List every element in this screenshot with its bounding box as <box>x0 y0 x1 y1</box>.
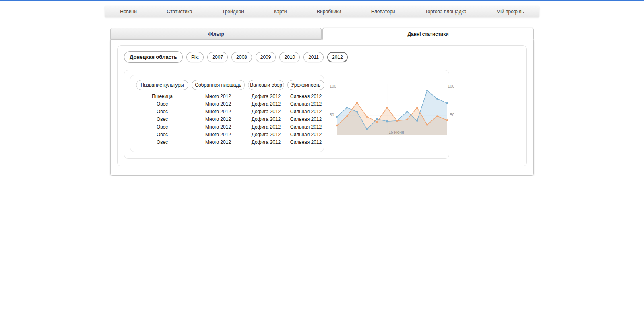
table-cell: Овес <box>136 108 188 116</box>
column-header-culture[interactable]: Название культуры <box>136 80 188 90</box>
table-row: ОвесМного 2012Дофига 2012Сильная 2012 <box>136 123 318 131</box>
table-cell: Овес <box>136 139 188 146</box>
table-cell: Дофига 2012 <box>248 108 284 116</box>
nav-item-profile[interactable]: Мій профіль <box>493 9 527 15</box>
table-row: ОвесМного 2012Дофига 2012Сильная 2012 <box>136 116 318 123</box>
year-button-2010[interactable]: 2010 <box>279 52 300 62</box>
year-label: Рік: <box>186 52 204 62</box>
table-cell: Дофига 2012 <box>248 131 284 139</box>
filter-row: Донецкая область Рік: 2007 2008 2009 201… <box>124 51 520 63</box>
data-box: Название культуры Собранная площадь Вало… <box>124 70 449 159</box>
svg-text:50: 50 <box>330 113 334 117</box>
table-row: ОвесМного 2012Дофига 2012Сильная 2012 <box>136 100 318 108</box>
series-blue-point <box>376 118 378 120</box>
column-header-area[interactable]: Собранная площадь <box>192 80 245 90</box>
series-orange-point <box>396 120 398 122</box>
series-orange-point <box>416 107 418 109</box>
series-blue-point <box>356 111 358 113</box>
table-cell: Много 2012 <box>192 93 245 100</box>
series-orange-point <box>406 119 408 121</box>
table-cell: Сильная 2012 <box>287 108 324 116</box>
region-button[interactable]: Донецкая область <box>124 51 183 63</box>
statistics-content: Донецкая область Рік: 2007 2008 2009 201… <box>117 45 527 166</box>
year-button-2011[interactable]: 2011 <box>303 52 324 62</box>
series-orange-point <box>366 116 368 118</box>
nav-item-news[interactable]: Новини <box>117 9 140 15</box>
series-blue-point <box>436 98 438 100</box>
table-cell: Сильная 2012 <box>287 116 324 123</box>
nav-item-statistics[interactable]: Статистика <box>164 9 196 15</box>
table-cell: Овес <box>136 100 188 108</box>
table-row: ОвесМного 2012Дофига 2012Сильная 2012 <box>136 131 318 139</box>
table-cell: Овес <box>136 123 188 131</box>
series-orange-point <box>426 124 428 126</box>
table-cell: Дофига 2012 <box>248 100 284 108</box>
series-blue-point <box>406 111 408 113</box>
series-orange-point <box>446 119 448 121</box>
svg-text:100: 100 <box>330 84 336 89</box>
series-orange-point <box>376 121 378 123</box>
nav-item-traders[interactable]: Трейдери <box>219 9 247 15</box>
svg-text:100: 100 <box>448 84 454 89</box>
tab-filter[interactable]: Фільтр <box>110 28 322 40</box>
column-header-gross[interactable]: Валовый сбор <box>248 80 284 90</box>
line-chart-svg: 100100505015 июня <box>330 81 454 143</box>
series-orange-point <box>386 107 388 109</box>
table-cell: Овес <box>136 116 188 123</box>
series-blue-point <box>426 90 428 92</box>
series-orange-point <box>356 102 358 104</box>
table-cell: Много 2012 <box>192 100 245 108</box>
nav-item-marketplace[interactable]: Торгова площадка <box>422 9 470 15</box>
nav-item-producers[interactable]: Виробники <box>314 9 344 15</box>
statistics-chart: 100100505015 июня <box>330 81 454 145</box>
table-cell: Дофига 2012 <box>248 139 284 146</box>
table-cell: Много 2012 <box>192 108 245 116</box>
svg-text:50: 50 <box>450 113 454 117</box>
table-row: ПщеницаМного 2012Дофига 2012Сильная 2012 <box>136 93 318 100</box>
table-cell: Дофига 2012 <box>248 116 284 123</box>
table-row: ОвесМного 2012Дофига 2012Сильная 2012 <box>136 139 318 146</box>
table-rows: ПщеницаМного 2012Дофига 2012Сильная 2012… <box>136 93 318 146</box>
table-cell: Много 2012 <box>192 123 245 131</box>
series-orange-point <box>346 115 348 117</box>
series-orange-point <box>436 115 438 117</box>
table-header-row: Название культуры Собранная площадь Вало… <box>136 80 318 90</box>
series-blue-point <box>366 129 368 131</box>
series-blue-point <box>416 120 418 122</box>
table-cell: Дофига 2012 <box>248 123 284 131</box>
nav-item-maps[interactable]: Карти <box>270 9 290 15</box>
panel-body: Донецкая область Рік: 2007 2008 2009 201… <box>110 40 534 176</box>
table-cell: Сильная 2012 <box>287 131 324 139</box>
table-cell: Дофига 2012 <box>248 93 284 100</box>
table-cell: Много 2012 <box>192 131 245 139</box>
table-cell: Много 2012 <box>192 139 245 146</box>
series-blue-point <box>446 102 448 104</box>
tab-statistics-data[interactable]: Данні статистики <box>322 28 534 40</box>
table-cell: Пщеница <box>136 93 188 100</box>
main-nav: Новини Статистика Трейдери Карти Виробни… <box>105 6 539 17</box>
table-cell: Сильная 2012 <box>287 139 324 146</box>
year-button-2007[interactable]: 2007 <box>207 52 228 62</box>
table-cell: Сильная 2012 <box>287 123 324 131</box>
panel-tabs: Фільтр Данні статистики <box>110 28 534 40</box>
table-cell: Овес <box>136 131 188 139</box>
table-row: ОвесМного 2012Дофига 2012Сильная 2012 <box>136 108 318 116</box>
column-header-yield[interactable]: Урожайность <box>287 80 324 90</box>
statistics-panel: Фільтр Данні статистики Донецкая область… <box>110 28 534 176</box>
statistics-table: Название культуры Собранная площадь Вало… <box>130 75 324 152</box>
year-button-2008[interactable]: 2008 <box>231 52 252 62</box>
nav-item-elevators[interactable]: Елеватори <box>368 9 398 15</box>
svg-text:15 июня: 15 июня <box>389 130 404 135</box>
table-cell: Сильная 2012 <box>287 93 324 100</box>
series-blue-point <box>346 107 348 109</box>
year-button-2009[interactable]: 2009 <box>256 52 276 62</box>
series-orange-point <box>336 125 338 127</box>
top-accent-bar <box>0 0 644 1</box>
table-cell: Сильная 2012 <box>287 100 324 108</box>
series-blue-point <box>336 116 338 118</box>
table-cell: Много 2012 <box>192 116 245 123</box>
series-blue-point <box>386 120 388 123</box>
year-button-2012[interactable]: 2012 <box>327 52 348 62</box>
